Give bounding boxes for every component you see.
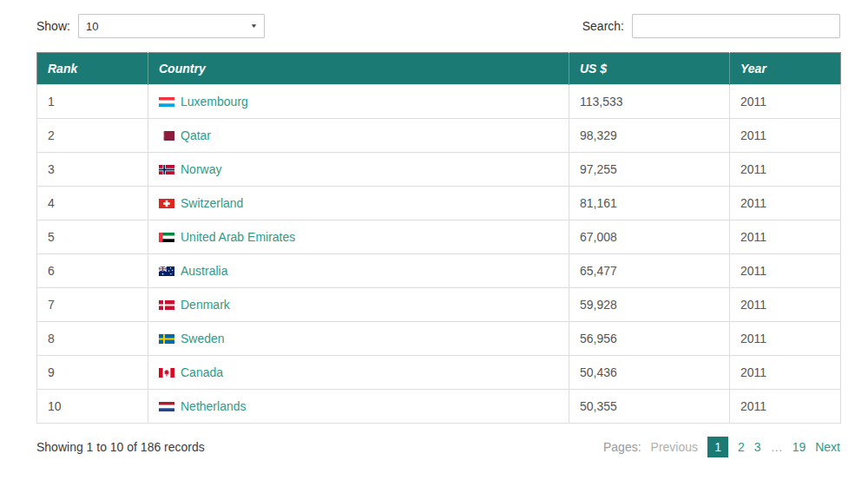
- country-cell: Norway: [148, 153, 569, 187]
- rank-value: 7: [48, 298, 55, 312]
- year-cell: 2011: [730, 322, 841, 356]
- usd-cell: 97,255: [569, 153, 730, 187]
- rank-cell: 5: [37, 220, 148, 254]
- year-cell: 2011: [730, 254, 841, 288]
- country-link[interactable]: Norway: [181, 162, 221, 176]
- rank-value: 2: [48, 128, 55, 142]
- show-entries-group: Show: 10 ▼: [36, 14, 265, 38]
- search-input[interactable]: [632, 14, 840, 38]
- usd-value: 113,533: [580, 95, 623, 108]
- country-cell: Sweden: [148, 322, 569, 356]
- table-controls: Show: 10 ▼ Search:: [36, 14, 840, 38]
- year-value: 2011: [740, 332, 766, 345]
- usd-value: 56,956: [580, 332, 617, 345]
- table-row: 3 Norway 97,255 2011: [37, 153, 841, 187]
- records-summary: Showing 1 to 10 of 186 records: [36, 440, 205, 454]
- country-cell: Qatar: [148, 119, 569, 153]
- flag-switzerland-icon: [159, 199, 174, 208]
- rank-cell: 10: [37, 390, 148, 424]
- rank-cell: 1: [37, 85, 148, 119]
- page-button-1[interactable]: 1: [707, 437, 728, 457]
- country-link[interactable]: Luxembourg: [181, 95, 248, 108]
- country-cell: Netherlands: [148, 390, 569, 424]
- page: Show: 10 ▼ Search: Rank Country US $ Yea…: [0, 0, 868, 480]
- usd-value: 59,928: [580, 298, 617, 312]
- table-row: 7 Denmark 59,928 2011: [37, 288, 841, 322]
- usd-value: 50,355: [580, 399, 617, 413]
- usd-cell: 67,008: [569, 220, 730, 254]
- year-cell: 2011: [730, 220, 841, 254]
- country-link[interactable]: Qatar: [181, 128, 211, 142]
- table-row: 9 Canada 50,436 2011: [37, 356, 841, 390]
- country-link[interactable]: Switzerland: [181, 196, 243, 210]
- year-value: 2011: [740, 128, 766, 142]
- column-header-usd[interactable]: US $: [569, 53, 730, 85]
- flag-canada-icon: [159, 368, 174, 378]
- usd-cell: 65,477: [569, 254, 730, 288]
- flag-uae-icon: [159, 233, 174, 242]
- year-cell: 2011: [730, 153, 841, 187]
- country-link[interactable]: Australia: [181, 264, 227, 278]
- table-row: 1 Luxembourg 113,533 2011: [37, 85, 841, 119]
- column-header-country[interactable]: Country: [148, 53, 569, 85]
- table-row: 4 Switzerland 81,161 2011: [37, 187, 841, 220]
- page-button-3[interactable]: 3: [754, 440, 761, 454]
- pages-label: Pages:: [603, 440, 641, 454]
- usd-value: 67,008: [580, 230, 617, 244]
- year-cell: 2011: [730, 187, 841, 220]
- rank-value: 9: [48, 365, 55, 379]
- flag-australia-icon: [159, 266, 174, 276]
- rank-value: 5: [48, 230, 55, 244]
- page-button-19[interactable]: 19: [792, 440, 806, 454]
- table-footer: Showing 1 to 10 of 186 records Pages: Pr…: [36, 437, 840, 457]
- country-cell: Australia: [148, 254, 569, 288]
- rank-cell: 3: [37, 153, 148, 187]
- year-cell: 2011: [730, 288, 841, 322]
- usd-value: 81,161: [580, 196, 617, 210]
- country-link[interactable]: United Arab Emirates: [181, 230, 295, 244]
- year-value: 2011: [740, 196, 766, 210]
- table-row: 10 Netherlands 50,355 2011: [37, 390, 841, 424]
- column-header-rank[interactable]: Rank: [37, 53, 148, 85]
- usd-cell: 113,533: [569, 85, 730, 119]
- flag-luxembourg-icon: [159, 97, 174, 107]
- country-link[interactable]: Denmark: [181, 298, 230, 312]
- usd-cell: 98,329: [569, 119, 730, 153]
- pagination: Pages: Previous 1 2 3 … 19 Next: [603, 437, 840, 457]
- page-button-2[interactable]: 2: [738, 440, 745, 454]
- gdp-table: Rank Country US $ Year 1 Luxembourg 113,…: [36, 52, 841, 424]
- table-header: Rank Country US $ Year: [37, 53, 841, 85]
- rank-cell: 2: [37, 119, 148, 153]
- year-value: 2011: [740, 162, 766, 176]
- column-header-year[interactable]: Year: [730, 53, 841, 85]
- rank-cell: 8: [37, 322, 148, 356]
- country-link[interactable]: Canada: [181, 365, 223, 379]
- flag-norway-icon: [159, 165, 174, 174]
- usd-value: 97,255: [580, 162, 617, 176]
- rank-cell: 6: [37, 254, 148, 288]
- country-cell: United Arab Emirates: [148, 220, 569, 254]
- year-value: 2011: [740, 264, 766, 278]
- year-value: 2011: [740, 95, 766, 108]
- next-page-button[interactable]: Next: [815, 440, 840, 454]
- previous-page-button[interactable]: Previous: [651, 440, 698, 454]
- show-entries-label: Show:: [36, 19, 70, 33]
- year-cell: 2011: [730, 356, 841, 390]
- year-value: 2011: [740, 230, 766, 244]
- country-link[interactable]: Sweden: [181, 332, 225, 345]
- country-cell: Luxembourg: [148, 85, 569, 119]
- rank-value: 1: [48, 95, 55, 108]
- rank-cell: 4: [37, 187, 148, 220]
- show-entries-select[interactable]: 10: [78, 14, 265, 38]
- year-cell: 2011: [730, 390, 841, 424]
- usd-cell: 56,956: [569, 322, 730, 356]
- usd-value: 65,477: [580, 264, 617, 278]
- usd-cell: 81,161: [569, 187, 730, 220]
- flag-netherlands-icon: [159, 402, 174, 411]
- table-row: 8 Sweden 56,956 2011: [37, 322, 841, 356]
- country-link[interactable]: Netherlands: [181, 399, 247, 413]
- pagination-ellipsis: …: [771, 440, 783, 454]
- search-group: Search:: [582, 14, 840, 38]
- rank-cell: 7: [37, 288, 148, 322]
- table-body: 1 Luxembourg 113,533 2011 2 Qatar 98,329…: [37, 85, 841, 424]
